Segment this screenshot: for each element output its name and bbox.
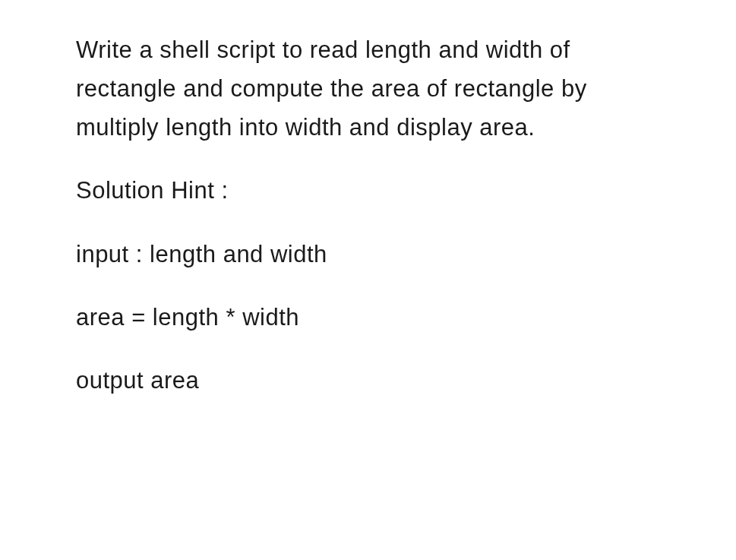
solution-hint-title: Solution Hint : — [76, 171, 660, 210]
hint-formula-line: area = length * width — [76, 298, 660, 337]
hint-input-line: input : length and width — [76, 235, 660, 274]
question-text: Write a shell script to read length and … — [76, 30, 660, 147]
hint-output-line: output area — [76, 361, 660, 400]
